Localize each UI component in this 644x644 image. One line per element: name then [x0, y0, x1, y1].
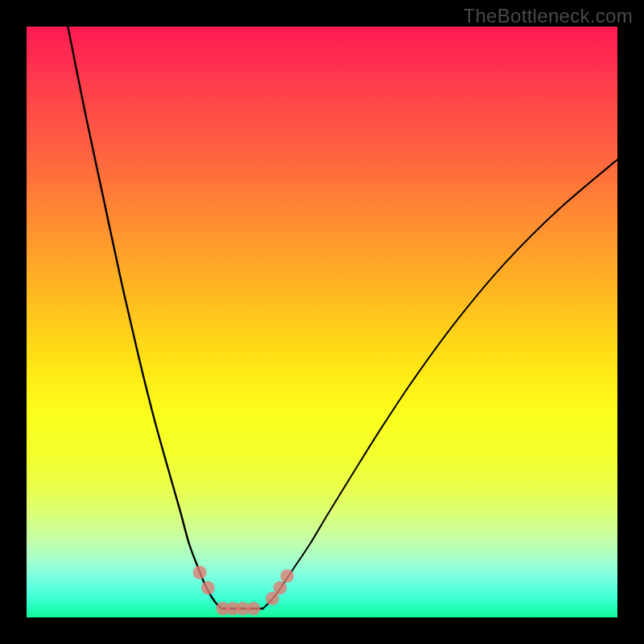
- bottleneck-curve-right: [263, 159, 617, 609]
- chart-svg: [27, 27, 617, 617]
- data-marker-5: [246, 602, 260, 616]
- data-marker-8: [280, 569, 294, 583]
- data-marker-1: [201, 581, 215, 595]
- bottleneck-curve-left: [68, 27, 221, 609]
- marker-group: [193, 566, 295, 616]
- plot-area: [27, 27, 617, 617]
- watermark-label: TheBottleneck.com: [463, 5, 633, 27]
- data-marker-0: [193, 566, 207, 580]
- chart-frame: TheBottleneck.com: [0, 0, 644, 644]
- data-marker-7: [273, 581, 287, 595]
